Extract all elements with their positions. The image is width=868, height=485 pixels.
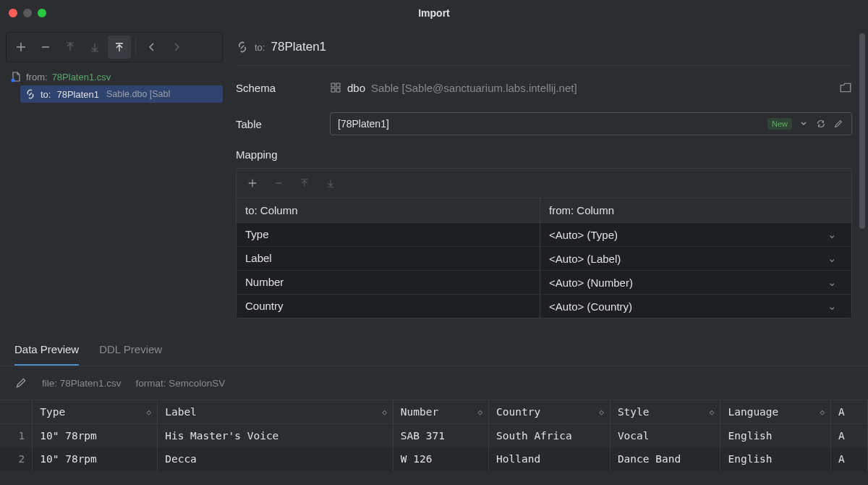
tree-source-row[interactable]: from: 78Platen1.csv — [6, 68, 223, 85]
schema-path: Sable [Sable@sanctuarium.labs.intellij.n… — [371, 82, 577, 94]
target-name: 78Platen1 — [56, 89, 99, 100]
destination-name: 78Platen1 — [271, 40, 326, 54]
refresh-icon[interactable] — [812, 115, 830, 132]
mapping-remove-button[interactable] — [267, 172, 290, 195]
add-button[interactable] — [9, 35, 33, 59]
target-meta: Sable.dbo [Sabl — [106, 89, 170, 99]
preview-table: Type◇ Label◇ Number◇ Country◇ Style◇ Lan… — [0, 400, 868, 471]
cell: Decca — [158, 447, 393, 471]
mapping-header-to: to: Column — [237, 198, 540, 222]
mapping-from-cell: <Auto> (Type) — [549, 229, 618, 241]
mapping-section-label: Mapping — [236, 148, 852, 161]
link-icon — [25, 88, 36, 100]
remove-button[interactable] — [34, 35, 57, 59]
config-pane: to: 78Platen1 Schema dbo Sable [Sable@sa… — [223, 26, 868, 330]
chevron-down-icon[interactable] — [795, 115, 812, 132]
svg-rect-4 — [336, 88, 340, 92]
schema-name: dbo — [347, 82, 365, 94]
nav-back-button[interactable] — [140, 35, 163, 59]
table-row: Table [78Platen1] New — [236, 112, 852, 135]
close-window-button[interactable] — [9, 9, 17, 17]
cell: A — [831, 447, 868, 471]
tab-data-preview[interactable]: Data Preview — [14, 336, 79, 366]
mapping-header-from: from: Column — [540, 198, 851, 222]
svg-rect-3 — [331, 88, 335, 92]
column-header[interactable]: Label◇ — [158, 400, 393, 424]
browse-schema-button[interactable] — [839, 81, 852, 94]
schema-label: Schema — [236, 82, 330, 94]
nav-forward-button[interactable] — [165, 35, 188, 59]
cell: SAB 371 — [393, 424, 488, 448]
mapping-to-cell: Number — [237, 271, 540, 294]
source-file-name: 78Platen1.csv — [52, 72, 111, 83]
cell: A — [831, 424, 868, 448]
column-header[interactable]: Language◇ — [720, 400, 831, 424]
cell: W 126 — [393, 447, 488, 471]
move-down-button[interactable] — [83, 35, 106, 59]
edit-icon[interactable] — [830, 115, 847, 132]
from-label: from: — [26, 72, 48, 83]
preview-format-info: format: SemcolonSV — [136, 378, 226, 389]
mapping-to-cell: Type — [237, 223, 540, 246]
destination-header: to: 78Platen1 — [236, 33, 852, 61]
mapping-row[interactable]: Label <Auto> (Label)⌄ — [237, 247, 851, 271]
cell: South Africa — [489, 424, 610, 448]
column-header[interactable]: Country◇ — [489, 400, 610, 424]
cell: Dance Band — [610, 447, 720, 471]
source-tree: from: 78Platen1.csv to: 78Platen1 Sable.… — [6, 68, 223, 103]
move-to-top-button[interactable] — [108, 35, 131, 59]
mapping-row[interactable]: Type <Auto> (Type)⌄ — [237, 223, 851, 247]
preview-tabs: Data Preview DDL Preview — [0, 330, 868, 366]
table-input[interactable]: [78Platen1] New — [330, 112, 852, 135]
mapping-box: to: Column from: Column Type <Auto> (Typ… — [236, 168, 852, 319]
cell: 10" 78rpm — [33, 447, 158, 471]
mapping-add-button[interactable] — [241, 172, 264, 195]
mapping-from-cell: <Auto> (Country) — [549, 300, 632, 313]
link-icon — [236, 41, 249, 54]
column-header[interactable]: A — [831, 400, 868, 424]
schema-icon — [330, 82, 341, 93]
schema-row: Schema dbo Sable [Sable@sanctuarium.labs… — [236, 76, 852, 99]
tab-ddl-preview[interactable]: DDL Preview — [99, 336, 162, 366]
column-header[interactable]: Style◇ — [610, 400, 720, 424]
minimize-window-button[interactable] — [23, 9, 32, 17]
scrollbar[interactable] — [859, 33, 865, 323]
edit-preview-button[interactable] — [14, 376, 27, 389]
table-row[interactable]: 1 10" 78rpm His Master's Voice SAB 371 S… — [0, 424, 868, 448]
mapping-header: to: Column from: Column — [237, 198, 851, 223]
new-badge: New — [767, 118, 792, 130]
svg-rect-2 — [336, 83, 340, 87]
zoom-window-button[interactable] — [38, 9, 46, 17]
mapping-to-cell: Label — [237, 247, 540, 270]
to-label: to: — [41, 89, 51, 100]
column-header[interactable]: Type◇ — [33, 400, 158, 424]
source-toolbar — [6, 32, 223, 62]
move-up-button[interactable] — [59, 35, 82, 59]
column-header[interactable]: Number◇ — [393, 400, 488, 424]
chevron-down-icon[interactable]: ⌄ — [827, 300, 843, 313]
mapping-row[interactable]: Number <Auto> (Number)⌄ — [237, 271, 851, 295]
source-pane: from: 78Platen1.csv to: 78Platen1 Sable.… — [0, 26, 223, 330]
cell: English — [720, 447, 831, 471]
tree-target-row[interactable]: to: 78Platen1 Sable.dbo [Sabl — [20, 85, 223, 103]
row-number: 2 — [0, 447, 33, 471]
chevron-down-icon[interactable]: ⌄ — [827, 228, 843, 241]
mapping-to-cell: Country — [237, 295, 540, 318]
table-row[interactable]: 2 10" 78rpm Decca W 126 Holland Dance Ba… — [0, 447, 868, 471]
preview-info-bar: file: 78Platen1.csv format: SemcolonSV — [0, 366, 868, 400]
mapping-row[interactable]: Country <Auto> (Country)⌄ — [237, 295, 851, 318]
chevron-down-icon[interactable]: ⌄ — [827, 276, 843, 289]
cell: English — [720, 424, 831, 448]
window-title: Import — [418, 7, 450, 19]
svg-point-0 — [12, 79, 15, 83]
cell: Holland — [489, 447, 610, 471]
cell: 10" 78rpm — [33, 424, 158, 448]
mapping-up-button[interactable] — [293, 172, 316, 195]
cell: His Master's Voice — [158, 424, 393, 448]
table-input-value: [78Platen1] — [338, 118, 767, 130]
mapping-down-button[interactable] — [319, 172, 342, 195]
chevron-down-icon[interactable]: ⌄ — [827, 252, 843, 265]
row-number: 1 — [0, 424, 33, 448]
mapping-from-cell: <Auto> (Number) — [549, 277, 633, 289]
svg-rect-1 — [331, 83, 335, 87]
